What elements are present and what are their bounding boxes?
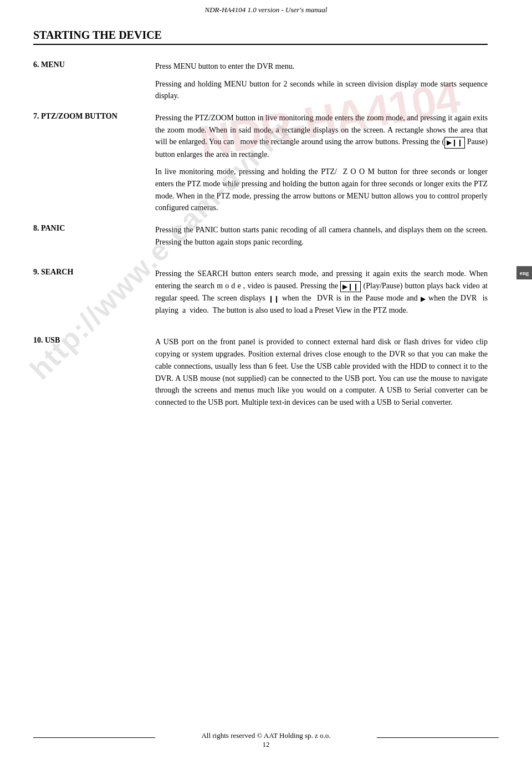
header-title: NDR-HA4104 1.0 version - User's manual: [205, 6, 328, 14]
page-content: STARTING THE DEVICE 6. MENU Press MENU b…: [0, 18, 532, 442]
play-icon: ▶: [421, 294, 426, 304]
panic-row: 8. PANIC Pressing the PANIC button start…: [33, 224, 488, 248]
spacer-3b: [33, 258, 488, 268]
footer-page-number: 12: [0, 740, 532, 749]
menu-p1: Press MENU button to enter the DVR menu.: [155, 60, 488, 73]
spacer-4: [33, 316, 488, 326]
ptz-text: Pressing the PTZ/ZOOM button in live mon…: [155, 112, 488, 214]
spacer-1: [33, 102, 488, 112]
menu-label: 6. MENU: [33, 60, 155, 102]
ptz-row: 7. PTZ/ZOOM BUTTON Pressing the PTZ/ZOOM…: [33, 112, 488, 214]
panic-text: Pressing the PANIC button starts panic r…: [155, 224, 488, 248]
section-divider: [33, 44, 488, 45]
usb-text: A USB port on the front panel is provide…: [155, 336, 488, 408]
content-table: 6. MENU Press MENU button to enter the D…: [33, 60, 488, 409]
ptz-label: 7. PTZ/ZOOM BUTTON: [33, 112, 155, 214]
search-label: 9. SEARCH: [33, 268, 155, 316]
pause-icon: ❙❙: [268, 294, 279, 304]
panic-label: 8. PANIC: [33, 224, 155, 248]
play-pause-icon-1: ▶❙❙: [444, 137, 465, 149]
section-title: STARTING THE DEVICE: [33, 29, 488, 42]
spacer-2: [33, 214, 488, 224]
search-p1: Pressing the SEARCH button enters search…: [155, 268, 488, 316]
spacer-3: [33, 248, 488, 258]
ptz-p2: In live monitoring mode, pressing and ho…: [155, 166, 488, 214]
play-pause-icon-2: ▶❙❙: [340, 281, 361, 293]
search-text: Pressing the SEARCH button enters search…: [155, 268, 488, 316]
usb-row: 10. USB A USB port on the front panel is…: [33, 336, 488, 408]
search-row: 9. SEARCH Pressing the SEARCH button ent…: [33, 268, 488, 316]
menu-row: 6. MENU Press MENU button to enter the D…: [33, 60, 488, 102]
menu-text: Press MENU button to enter the DVR menu.…: [155, 60, 488, 102]
footer-copyright: All rights reserved © AAT Holding sp. z …: [0, 731, 532, 740]
page-header: NDR-HA4104 1.0 version - User's manual: [0, 0, 532, 18]
menu-p2: Pressing and holding MENU button for 2 s…: [155, 78, 488, 102]
ptz-p1: Pressing the PTZ/ZOOM button in live mon…: [155, 112, 488, 160]
page-footer: All rights reserved © AAT Holding sp. z …: [0, 731, 532, 749]
language-tab: eng: [516, 266, 532, 279]
usb-label: 10. USB: [33, 336, 155, 408]
usb-p1: A USB port on the front panel is provide…: [155, 336, 488, 408]
spacer-4b: [33, 326, 488, 336]
panic-p1: Pressing the PANIC button starts panic r…: [155, 224, 488, 248]
